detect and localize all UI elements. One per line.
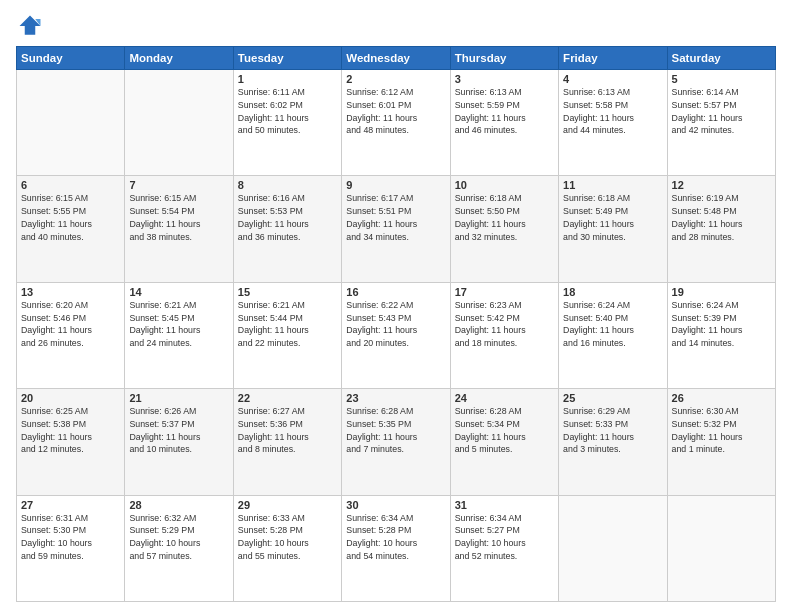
day-info: Sunrise: 6:22 AM Sunset: 5:43 PM Dayligh… bbox=[346, 299, 445, 350]
day-number: 23 bbox=[346, 392, 445, 404]
calendar-week-row: 13Sunrise: 6:20 AM Sunset: 5:46 PM Dayli… bbox=[17, 282, 776, 388]
calendar-cell bbox=[125, 70, 233, 176]
day-info: Sunrise: 6:11 AM Sunset: 6:02 PM Dayligh… bbox=[238, 86, 337, 137]
day-number: 22 bbox=[238, 392, 337, 404]
day-number: 15 bbox=[238, 286, 337, 298]
calendar-header-row: SundayMondayTuesdayWednesdayThursdayFrid… bbox=[17, 47, 776, 70]
day-number: 5 bbox=[672, 73, 771, 85]
day-number: 19 bbox=[672, 286, 771, 298]
day-number: 7 bbox=[129, 179, 228, 191]
day-info: Sunrise: 6:25 AM Sunset: 5:38 PM Dayligh… bbox=[21, 405, 120, 456]
day-info: Sunrise: 6:18 AM Sunset: 5:49 PM Dayligh… bbox=[563, 192, 662, 243]
day-number: 13 bbox=[21, 286, 120, 298]
calendar-cell: 7Sunrise: 6:15 AM Sunset: 5:54 PM Daylig… bbox=[125, 176, 233, 282]
calendar-cell: 17Sunrise: 6:23 AM Sunset: 5:42 PM Dayli… bbox=[450, 282, 558, 388]
day-info: Sunrise: 6:23 AM Sunset: 5:42 PM Dayligh… bbox=[455, 299, 554, 350]
day-info: Sunrise: 6:21 AM Sunset: 5:45 PM Dayligh… bbox=[129, 299, 228, 350]
calendar-cell: 6Sunrise: 6:15 AM Sunset: 5:55 PM Daylig… bbox=[17, 176, 125, 282]
calendar-cell: 16Sunrise: 6:22 AM Sunset: 5:43 PM Dayli… bbox=[342, 282, 450, 388]
day-info: Sunrise: 6:28 AM Sunset: 5:34 PM Dayligh… bbox=[455, 405, 554, 456]
day-info: Sunrise: 6:24 AM Sunset: 5:39 PM Dayligh… bbox=[672, 299, 771, 350]
day-number: 17 bbox=[455, 286, 554, 298]
calendar-cell: 28Sunrise: 6:32 AM Sunset: 5:29 PM Dayli… bbox=[125, 495, 233, 601]
day-number: 12 bbox=[672, 179, 771, 191]
day-info: Sunrise: 6:21 AM Sunset: 5:44 PM Dayligh… bbox=[238, 299, 337, 350]
day-number: 11 bbox=[563, 179, 662, 191]
calendar-cell: 1Sunrise: 6:11 AM Sunset: 6:02 PM Daylig… bbox=[233, 70, 341, 176]
calendar-cell: 19Sunrise: 6:24 AM Sunset: 5:39 PM Dayli… bbox=[667, 282, 775, 388]
calendar-cell: 22Sunrise: 6:27 AM Sunset: 5:36 PM Dayli… bbox=[233, 389, 341, 495]
calendar-cell: 23Sunrise: 6:28 AM Sunset: 5:35 PM Dayli… bbox=[342, 389, 450, 495]
day-number: 2 bbox=[346, 73, 445, 85]
day-number: 27 bbox=[21, 499, 120, 511]
day-number: 31 bbox=[455, 499, 554, 511]
day-number: 24 bbox=[455, 392, 554, 404]
calendar-cell: 14Sunrise: 6:21 AM Sunset: 5:45 PM Dayli… bbox=[125, 282, 233, 388]
day-info: Sunrise: 6:13 AM Sunset: 5:59 PM Dayligh… bbox=[455, 86, 554, 137]
day-header-thursday: Thursday bbox=[450, 47, 558, 70]
calendar-cell: 24Sunrise: 6:28 AM Sunset: 5:34 PM Dayli… bbox=[450, 389, 558, 495]
calendar-cell bbox=[667, 495, 775, 601]
day-info: Sunrise: 6:17 AM Sunset: 5:51 PM Dayligh… bbox=[346, 192, 445, 243]
day-number: 18 bbox=[563, 286, 662, 298]
logo-icon bbox=[16, 12, 44, 40]
calendar-cell: 31Sunrise: 6:34 AM Sunset: 5:27 PM Dayli… bbox=[450, 495, 558, 601]
day-info: Sunrise: 6:26 AM Sunset: 5:37 PM Dayligh… bbox=[129, 405, 228, 456]
calendar-cell: 21Sunrise: 6:26 AM Sunset: 5:37 PM Dayli… bbox=[125, 389, 233, 495]
day-number: 20 bbox=[21, 392, 120, 404]
calendar-cell bbox=[559, 495, 667, 601]
day-header-saturday: Saturday bbox=[667, 47, 775, 70]
calendar-cell: 5Sunrise: 6:14 AM Sunset: 5:57 PM Daylig… bbox=[667, 70, 775, 176]
calendar-cell: 13Sunrise: 6:20 AM Sunset: 5:46 PM Dayli… bbox=[17, 282, 125, 388]
calendar-week-row: 1Sunrise: 6:11 AM Sunset: 6:02 PM Daylig… bbox=[17, 70, 776, 176]
day-number: 8 bbox=[238, 179, 337, 191]
svg-marker-0 bbox=[20, 16, 41, 35]
day-header-tuesday: Tuesday bbox=[233, 47, 341, 70]
calendar-cell: 8Sunrise: 6:16 AM Sunset: 5:53 PM Daylig… bbox=[233, 176, 341, 282]
calendar-cell: 2Sunrise: 6:12 AM Sunset: 6:01 PM Daylig… bbox=[342, 70, 450, 176]
day-number: 25 bbox=[563, 392, 662, 404]
day-info: Sunrise: 6:24 AM Sunset: 5:40 PM Dayligh… bbox=[563, 299, 662, 350]
calendar-cell: 9Sunrise: 6:17 AM Sunset: 5:51 PM Daylig… bbox=[342, 176, 450, 282]
day-number: 16 bbox=[346, 286, 445, 298]
calendar-cell: 25Sunrise: 6:29 AM Sunset: 5:33 PM Dayli… bbox=[559, 389, 667, 495]
day-info: Sunrise: 6:14 AM Sunset: 5:57 PM Dayligh… bbox=[672, 86, 771, 137]
day-number: 1 bbox=[238, 73, 337, 85]
day-number: 3 bbox=[455, 73, 554, 85]
calendar-cell: 4Sunrise: 6:13 AM Sunset: 5:58 PM Daylig… bbox=[559, 70, 667, 176]
calendar-cell: 18Sunrise: 6:24 AM Sunset: 5:40 PM Dayli… bbox=[559, 282, 667, 388]
day-info: Sunrise: 6:13 AM Sunset: 5:58 PM Dayligh… bbox=[563, 86, 662, 137]
calendar-week-row: 20Sunrise: 6:25 AM Sunset: 5:38 PM Dayli… bbox=[17, 389, 776, 495]
day-info: Sunrise: 6:15 AM Sunset: 5:54 PM Dayligh… bbox=[129, 192, 228, 243]
calendar-cell: 26Sunrise: 6:30 AM Sunset: 5:32 PM Dayli… bbox=[667, 389, 775, 495]
day-info: Sunrise: 6:20 AM Sunset: 5:46 PM Dayligh… bbox=[21, 299, 120, 350]
day-header-wednesday: Wednesday bbox=[342, 47, 450, 70]
day-info: Sunrise: 6:27 AM Sunset: 5:36 PM Dayligh… bbox=[238, 405, 337, 456]
calendar-cell: 10Sunrise: 6:18 AM Sunset: 5:50 PM Dayli… bbox=[450, 176, 558, 282]
day-info: Sunrise: 6:32 AM Sunset: 5:29 PM Dayligh… bbox=[129, 512, 228, 563]
day-number: 4 bbox=[563, 73, 662, 85]
calendar-cell: 12Sunrise: 6:19 AM Sunset: 5:48 PM Dayli… bbox=[667, 176, 775, 282]
day-info: Sunrise: 6:34 AM Sunset: 5:27 PM Dayligh… bbox=[455, 512, 554, 563]
calendar-week-row: 27Sunrise: 6:31 AM Sunset: 5:30 PM Dayli… bbox=[17, 495, 776, 601]
day-header-monday: Monday bbox=[125, 47, 233, 70]
day-info: Sunrise: 6:12 AM Sunset: 6:01 PM Dayligh… bbox=[346, 86, 445, 137]
day-number: 21 bbox=[129, 392, 228, 404]
calendar-cell: 27Sunrise: 6:31 AM Sunset: 5:30 PM Dayli… bbox=[17, 495, 125, 601]
day-info: Sunrise: 6:30 AM Sunset: 5:32 PM Dayligh… bbox=[672, 405, 771, 456]
day-number: 29 bbox=[238, 499, 337, 511]
day-number: 9 bbox=[346, 179, 445, 191]
day-number: 28 bbox=[129, 499, 228, 511]
day-number: 14 bbox=[129, 286, 228, 298]
day-info: Sunrise: 6:34 AM Sunset: 5:28 PM Dayligh… bbox=[346, 512, 445, 563]
day-info: Sunrise: 6:18 AM Sunset: 5:50 PM Dayligh… bbox=[455, 192, 554, 243]
calendar-cell: 15Sunrise: 6:21 AM Sunset: 5:44 PM Dayli… bbox=[233, 282, 341, 388]
day-info: Sunrise: 6:15 AM Sunset: 5:55 PM Dayligh… bbox=[21, 192, 120, 243]
calendar-cell: 11Sunrise: 6:18 AM Sunset: 5:49 PM Dayli… bbox=[559, 176, 667, 282]
day-info: Sunrise: 6:29 AM Sunset: 5:33 PM Dayligh… bbox=[563, 405, 662, 456]
day-number: 10 bbox=[455, 179, 554, 191]
calendar-cell: 20Sunrise: 6:25 AM Sunset: 5:38 PM Dayli… bbox=[17, 389, 125, 495]
day-header-sunday: Sunday bbox=[17, 47, 125, 70]
header bbox=[16, 12, 776, 40]
day-info: Sunrise: 6:33 AM Sunset: 5:28 PM Dayligh… bbox=[238, 512, 337, 563]
